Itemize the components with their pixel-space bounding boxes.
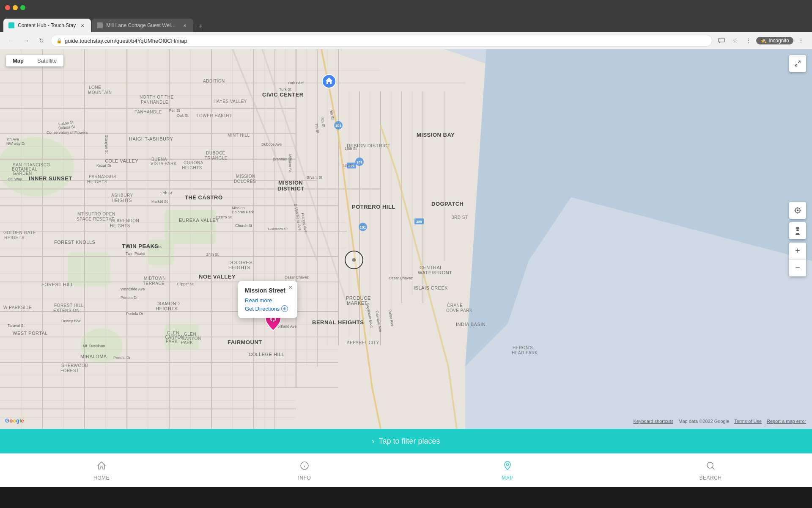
incognito-label: Incognito bbox=[768, 38, 789, 44]
svg-rect-0 bbox=[719, 38, 724, 42]
svg-text:101: 101 bbox=[359, 225, 366, 229]
nav-map[interactable]: MAP bbox=[406, 454, 609, 487]
svg-point-84 bbox=[797, 210, 798, 211]
tab-title-1: Content Hub - Touch Stay bbox=[18, 22, 76, 28]
svg-point-2 bbox=[0, 137, 74, 196]
popup-read-more-link[interactable]: Read more bbox=[245, 297, 291, 304]
map-svg: 101 101 280 101 280 bbox=[0, 49, 812, 429]
map-type-toggle: Map Satellite bbox=[6, 55, 63, 66]
tab-close-2[interactable]: ✕ bbox=[181, 22, 188, 29]
popup-title: Mission Street bbox=[245, 287, 291, 294]
home-nav-label: HOME bbox=[93, 475, 110, 481]
filter-bar-label: Tap to filter places bbox=[379, 437, 440, 446]
search-nav-icon bbox=[705, 461, 716, 473]
tab-favicon-2 bbox=[97, 22, 103, 28]
svg-line-79 bbox=[798, 61, 800, 63]
map-button[interactable]: Map bbox=[6, 55, 30, 66]
svg-text:280: 280 bbox=[416, 220, 422, 224]
tab-favicon-1 bbox=[8, 22, 14, 28]
directions-icon: ⊕ bbox=[281, 305, 288, 312]
home-nav-icon bbox=[96, 461, 107, 473]
map-attribution: Keyboard shortcuts Map data ©2022 Google… bbox=[633, 419, 806, 424]
nav-search[interactable]: SEARCH bbox=[609, 454, 812, 487]
nav-home[interactable]: HOME bbox=[0, 454, 203, 487]
incognito-icon: 🕵 bbox=[760, 38, 767, 44]
popup-directions-text: Get Directions bbox=[245, 306, 280, 312]
close-window-button[interactable] bbox=[5, 5, 10, 10]
keyboard-shortcuts-link[interactable]: Keyboard shortcuts bbox=[633, 419, 673, 424]
browser-chrome: Content Hub - Touch Stay ✕ Mill Lane Cot… bbox=[0, 0, 812, 49]
nav-extras: ☆ ⋮ 🕵 Incognito ⋮ bbox=[716, 35, 807, 47]
terms-of-use-link[interactable]: Terms of Use bbox=[734, 419, 762, 424]
address-bar[interactable]: 🔒 guide.touchstay.com/guest/b4YqUMheOI0C… bbox=[51, 35, 712, 47]
report-error-link[interactable]: Report a map error bbox=[767, 419, 806, 424]
tab-content-hub[interactable]: Content Hub - Touch Stay ✕ bbox=[3, 19, 91, 32]
more-options-icon[interactable]: ⋮ bbox=[795, 35, 807, 47]
map-popup: ✕ Mission Street Read more Get Direction… bbox=[238, 281, 297, 318]
google-logo: Google bbox=[5, 417, 24, 424]
popup-get-directions-link[interactable]: Get Directions ⊕ bbox=[245, 305, 291, 312]
location-marker[interactable] bbox=[345, 251, 363, 269]
browser-menu-icon[interactable]: ⋮ bbox=[743, 35, 754, 47]
forward-button[interactable]: → bbox=[20, 35, 32, 47]
svg-line-96 bbox=[712, 467, 714, 469]
fullscreen-button[interactable] bbox=[789, 55, 806, 72]
title-bar bbox=[0, 0, 812, 15]
incognito-badge: 🕵 Incognito bbox=[756, 37, 793, 44]
url-text: guide.touchstay.com/guest/b4YqUMheOI0CH/… bbox=[65, 38, 187, 44]
info-nav-icon bbox=[299, 461, 310, 473]
bottom-nav: HOME INFO MAP SEARCH bbox=[0, 453, 812, 487]
svg-rect-90 bbox=[796, 230, 799, 231]
svg-point-94 bbox=[507, 463, 509, 465]
street-view-button[interactable] bbox=[789, 222, 806, 239]
cast-icon[interactable] bbox=[716, 35, 727, 47]
filter-bar[interactable]: › Tap to filter places bbox=[0, 429, 812, 453]
svg-point-7 bbox=[80, 329, 123, 362]
nav-bar: ← → ↻ 🔒 guide.touchstay.com/guest/b4YqUM… bbox=[0, 32, 812, 49]
recenter-button[interactable] bbox=[789, 202, 806, 219]
reload-button[interactable]: ↻ bbox=[36, 35, 47, 47]
svg-text:101: 101 bbox=[357, 160, 362, 164]
search-nav-label: SEARCH bbox=[699, 475, 721, 481]
back-button[interactable]: ← bbox=[5, 35, 17, 47]
traffic-lights bbox=[5, 5, 25, 10]
map-controls-right: + − bbox=[789, 202, 806, 276]
svg-point-95 bbox=[707, 462, 713, 468]
new-tab-button[interactable]: + bbox=[194, 20, 206, 32]
nav-info[interactable]: INFO bbox=[203, 454, 406, 487]
satellite-button[interactable]: Satellite bbox=[30, 55, 63, 66]
marker-center bbox=[352, 258, 356, 262]
bookmark-icon[interactable]: ☆ bbox=[729, 35, 741, 47]
minimize-window-button[interactable] bbox=[13, 5, 18, 10]
map-nav-label: MAP bbox=[502, 475, 513, 481]
popup-close-button[interactable]: ✕ bbox=[288, 284, 293, 290]
svg-text:280: 280 bbox=[348, 164, 354, 168]
tabs-bar: Content Hub - Touch Stay ✕ Mill Lane Cot… bbox=[0, 15, 812, 32]
svg-text:101: 101 bbox=[335, 124, 341, 128]
map-container[interactable]: 101 101 280 101 280 CIVIC CENTER NORTH O… bbox=[0, 49, 812, 429]
zoom-out-button[interactable]: − bbox=[789, 260, 806, 276]
zoom-controls: + − bbox=[789, 243, 806, 276]
info-nav-label: INFO bbox=[298, 475, 311, 481]
filter-chevron-icon: › bbox=[372, 437, 374, 446]
maximize-window-button[interactable] bbox=[20, 5, 25, 10]
lock-icon: 🔒 bbox=[56, 38, 62, 44]
zoom-in-button[interactable]: + bbox=[789, 243, 806, 260]
svg-line-80 bbox=[795, 64, 797, 66]
tab-title-2: Mill Lane Cottage Guest Welco... bbox=[106, 22, 178, 28]
map-nav-icon bbox=[502, 461, 513, 473]
tab-close-1[interactable]: ✕ bbox=[79, 22, 86, 29]
tab-mill-lane[interactable]: Mill Lane Cottage Guest Welco... ✕ bbox=[92, 19, 193, 32]
svg-point-89 bbox=[796, 226, 799, 229]
home-pin[interactable] bbox=[321, 74, 337, 91]
map-data-text: Map data ©2022 Google bbox=[678, 419, 729, 424]
svg-rect-6 bbox=[68, 252, 110, 286]
